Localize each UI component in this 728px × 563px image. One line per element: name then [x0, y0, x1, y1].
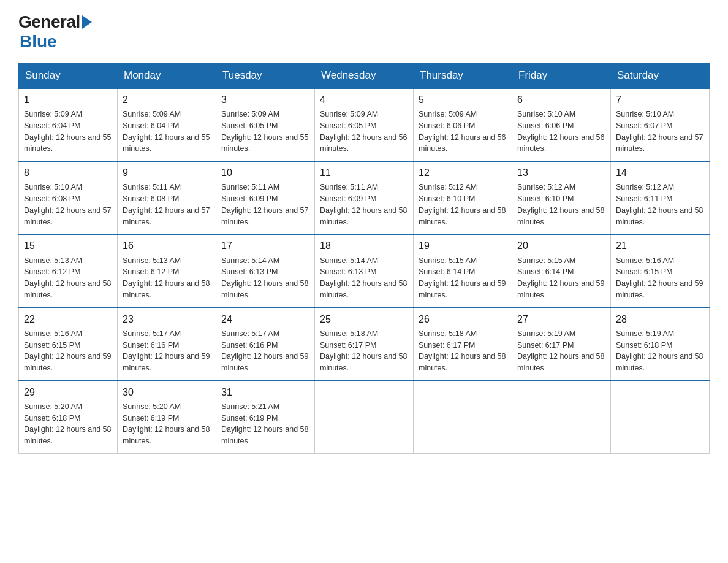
day-info: Sunrise: 5:20 AMSunset: 6:18 PMDaylight:…	[24, 401, 112, 447]
calendar-day-cell: 11Sunrise: 5:11 AMSunset: 6:09 PMDayligh…	[315, 161, 414, 234]
day-number: 10	[221, 166, 309, 180]
day-number: 25	[320, 312, 408, 326]
calendar-day-cell	[315, 381, 414, 454]
day-number: 14	[616, 166, 704, 180]
calendar-day-cell: 13Sunrise: 5:12 AMSunset: 6:10 PMDayligh…	[512, 161, 611, 234]
logo-blue-text: Blue	[20, 32, 92, 52]
calendar-week-row: 1Sunrise: 5:09 AMSunset: 6:04 PMDaylight…	[19, 88, 710, 161]
day-info: Sunrise: 5:11 AMSunset: 6:08 PMDaylight:…	[123, 182, 211, 228]
day-info: Sunrise: 5:12 AMSunset: 6:10 PMDaylight:…	[419, 182, 507, 228]
calendar-header-monday: Monday	[118, 63, 216, 89]
logo-general-text: General	[18, 12, 80, 32]
calendar-day-cell: 19Sunrise: 5:15 AMSunset: 6:14 PMDayligh…	[414, 234, 512, 307]
day-info: Sunrise: 5:14 AMSunset: 6:13 PMDaylight:…	[320, 255, 408, 301]
day-number: 29	[24, 385, 112, 399]
calendar-header-row: SundayMondayTuesdayWednesdayThursdayFrid…	[19, 63, 710, 89]
day-info: Sunrise: 5:15 AMSunset: 6:14 PMDaylight:…	[419, 255, 507, 301]
day-number: 3	[221, 93, 309, 107]
day-info: Sunrise: 5:18 AMSunset: 6:17 PMDaylight:…	[419, 328, 507, 374]
day-number: 5	[419, 93, 507, 107]
calendar-day-cell: 26Sunrise: 5:18 AMSunset: 6:17 PMDayligh…	[414, 308, 512, 381]
calendar-day-cell: 14Sunrise: 5:12 AMSunset: 6:11 PMDayligh…	[611, 161, 710, 234]
day-info: Sunrise: 5:17 AMSunset: 6:16 PMDaylight:…	[123, 328, 211, 374]
calendar-day-cell: 20Sunrise: 5:15 AMSunset: 6:14 PMDayligh…	[512, 234, 611, 307]
day-info: Sunrise: 5:12 AMSunset: 6:11 PMDaylight:…	[616, 182, 704, 228]
day-number: 28	[616, 312, 704, 326]
day-info: Sunrise: 5:19 AMSunset: 6:17 PMDaylight:…	[517, 328, 605, 374]
day-number: 30	[123, 385, 211, 399]
day-info: Sunrise: 5:17 AMSunset: 6:16 PMDaylight:…	[221, 328, 309, 374]
calendar-day-cell: 29Sunrise: 5:20 AMSunset: 6:18 PMDayligh…	[19, 381, 118, 454]
day-info: Sunrise: 5:15 AMSunset: 6:14 PMDaylight:…	[517, 255, 605, 301]
day-number: 8	[24, 166, 112, 180]
day-info: Sunrise: 5:10 AMSunset: 6:06 PMDaylight:…	[517, 109, 605, 155]
day-info: Sunrise: 5:12 AMSunset: 6:10 PMDaylight:…	[517, 182, 605, 228]
day-number: 17	[221, 239, 309, 253]
day-number: 6	[517, 93, 605, 107]
day-number: 27	[517, 312, 605, 326]
calendar-day-cell: 28Sunrise: 5:19 AMSunset: 6:18 PMDayligh…	[611, 308, 710, 381]
day-number: 9	[123, 166, 211, 180]
calendar-day-cell: 23Sunrise: 5:17 AMSunset: 6:16 PMDayligh…	[118, 308, 216, 381]
calendar-day-cell	[512, 381, 611, 454]
day-number: 13	[517, 166, 605, 180]
logo-arrow-icon	[82, 15, 92, 29]
day-number: 15	[24, 239, 112, 253]
day-number: 24	[221, 312, 309, 326]
calendar-header-sunday: Sunday	[19, 63, 118, 89]
calendar-day-cell	[611, 381, 710, 454]
calendar-week-row: 8Sunrise: 5:10 AMSunset: 6:08 PMDaylight…	[19, 161, 710, 234]
calendar-day-cell: 17Sunrise: 5:14 AMSunset: 6:13 PMDayligh…	[216, 234, 315, 307]
calendar-week-row: 29Sunrise: 5:20 AMSunset: 6:18 PMDayligh…	[19, 381, 710, 454]
day-number: 4	[320, 93, 408, 107]
day-number: 31	[221, 385, 309, 399]
day-info: Sunrise: 5:13 AMSunset: 6:12 PMDaylight:…	[24, 255, 112, 301]
day-info: Sunrise: 5:16 AMSunset: 6:15 PMDaylight:…	[616, 255, 704, 301]
calendar-week-row: 22Sunrise: 5:16 AMSunset: 6:15 PMDayligh…	[19, 308, 710, 381]
calendar-table: SundayMondayTuesdayWednesdayThursdayFrid…	[18, 63, 710, 454]
day-info: Sunrise: 5:09 AMSunset: 6:05 PMDaylight:…	[221, 109, 309, 155]
calendar-day-cell: 31Sunrise: 5:21 AMSunset: 6:19 PMDayligh…	[216, 381, 315, 454]
day-info: Sunrise: 5:16 AMSunset: 6:15 PMDaylight:…	[24, 328, 112, 374]
calendar-day-cell	[414, 381, 512, 454]
calendar-day-cell: 5Sunrise: 5:09 AMSunset: 6:06 PMDaylight…	[414, 88, 512, 161]
day-number: 26	[419, 312, 507, 326]
page-header: General Blue	[18, 12, 710, 52]
day-info: Sunrise: 5:09 AMSunset: 6:06 PMDaylight:…	[419, 109, 507, 155]
day-info: Sunrise: 5:10 AMSunset: 6:08 PMDaylight:…	[24, 182, 112, 228]
calendar-header-friday: Friday	[512, 63, 611, 89]
day-info: Sunrise: 5:21 AMSunset: 6:19 PMDaylight:…	[221, 401, 309, 447]
day-info: Sunrise: 5:18 AMSunset: 6:17 PMDaylight:…	[320, 328, 408, 374]
day-info: Sunrise: 5:11 AMSunset: 6:09 PMDaylight:…	[221, 182, 309, 228]
calendar-day-cell: 4Sunrise: 5:09 AMSunset: 6:05 PMDaylight…	[315, 88, 414, 161]
day-info: Sunrise: 5:20 AMSunset: 6:19 PMDaylight:…	[123, 401, 211, 447]
calendar-day-cell: 2Sunrise: 5:09 AMSunset: 6:04 PMDaylight…	[118, 88, 216, 161]
day-number: 23	[123, 312, 211, 326]
day-number: 7	[616, 93, 704, 107]
day-number: 19	[419, 239, 507, 253]
calendar-day-cell: 22Sunrise: 5:16 AMSunset: 6:15 PMDayligh…	[19, 308, 118, 381]
day-number: 1	[24, 93, 112, 107]
calendar-day-cell: 18Sunrise: 5:14 AMSunset: 6:13 PMDayligh…	[315, 234, 414, 307]
day-info: Sunrise: 5:09 AMSunset: 6:04 PMDaylight:…	[24, 109, 112, 155]
day-number: 22	[24, 312, 112, 326]
calendar-day-cell: 3Sunrise: 5:09 AMSunset: 6:05 PMDaylight…	[216, 88, 315, 161]
calendar-day-cell: 16Sunrise: 5:13 AMSunset: 6:12 PMDayligh…	[118, 234, 216, 307]
day-number: 16	[123, 239, 211, 253]
day-info: Sunrise: 5:13 AMSunset: 6:12 PMDaylight:…	[123, 255, 211, 301]
calendar-day-cell: 21Sunrise: 5:16 AMSunset: 6:15 PMDayligh…	[611, 234, 710, 307]
calendar-day-cell: 8Sunrise: 5:10 AMSunset: 6:08 PMDaylight…	[19, 161, 118, 234]
calendar-day-cell: 1Sunrise: 5:09 AMSunset: 6:04 PMDaylight…	[19, 88, 118, 161]
calendar-day-cell: 25Sunrise: 5:18 AMSunset: 6:17 PMDayligh…	[315, 308, 414, 381]
calendar-week-row: 15Sunrise: 5:13 AMSunset: 6:12 PMDayligh…	[19, 234, 710, 307]
day-number: 12	[419, 166, 507, 180]
calendar-day-cell: 15Sunrise: 5:13 AMSunset: 6:12 PMDayligh…	[19, 234, 118, 307]
calendar-day-cell: 27Sunrise: 5:19 AMSunset: 6:17 PMDayligh…	[512, 308, 611, 381]
day-info: Sunrise: 5:09 AMSunset: 6:04 PMDaylight:…	[123, 109, 211, 155]
day-info: Sunrise: 5:19 AMSunset: 6:18 PMDaylight:…	[616, 328, 704, 374]
logo: General Blue	[18, 12, 92, 52]
calendar-day-cell: 24Sunrise: 5:17 AMSunset: 6:16 PMDayligh…	[216, 308, 315, 381]
calendar-header-tuesday: Tuesday	[216, 63, 315, 89]
day-number: 21	[616, 239, 704, 253]
calendar-day-cell: 7Sunrise: 5:10 AMSunset: 6:07 PMDaylight…	[611, 88, 710, 161]
